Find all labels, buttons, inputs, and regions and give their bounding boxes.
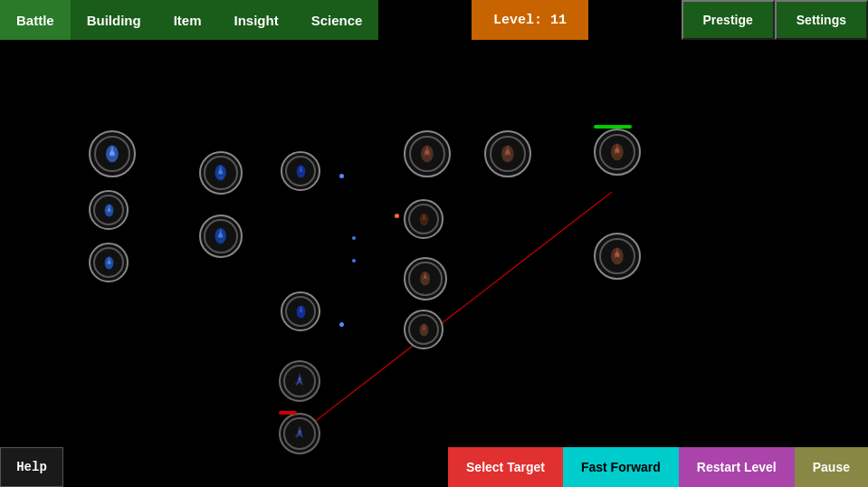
nav-spacer-right	[588, 0, 682, 40]
unit-f6[interactable]	[281, 151, 320, 191]
unit-e1-inner	[409, 136, 446, 173]
unit-f5-inner	[204, 219, 237, 253]
svg-point-42	[615, 148, 619, 153]
svg-point-26	[298, 430, 301, 434]
health-bar-f9	[279, 411, 297, 415]
unit-e3[interactable]	[404, 199, 444, 239]
unit-e4[interactable]	[404, 257, 447, 301]
ship-icon-e2	[496, 142, 520, 166]
svg-point-13	[218, 177, 224, 179]
unit-f7-inner	[285, 296, 316, 327]
unit-f4[interactable]	[199, 151, 243, 195]
svg-point-29	[424, 150, 429, 155]
fast-forward-button[interactable]: Fast Forward	[563, 447, 679, 487]
svg-point-9	[107, 261, 110, 264]
settings-button[interactable]: Settings	[775, 0, 868, 40]
level-display: Level: 11	[472, 0, 588, 40]
unit-e4-inner	[408, 262, 442, 295]
svg-point-3	[110, 151, 114, 156]
projectile-3	[352, 259, 356, 263]
svg-point-12	[219, 171, 224, 176]
ship-icon-e5	[415, 320, 434, 339]
unit-f3-inner	[93, 247, 124, 278]
unit-e7[interactable]	[594, 233, 641, 280]
ship-icon-f1	[100, 142, 124, 166]
unit-e6-inner	[599, 134, 636, 171]
unit-f8-inner	[283, 365, 316, 397]
nav-right: Prestige Settings	[682, 0, 868, 40]
projectile-2	[352, 236, 356, 240]
tab-science[interactable]: Science	[295, 0, 379, 40]
ship-icon-e3	[415, 210, 434, 229]
ship-icon-f2	[100, 201, 119, 220]
ship-icon-f7	[291, 302, 310, 321]
unit-e6[interactable]	[594, 129, 641, 176]
navbar: Battle Building Item Insight Science Lev…	[0, 0, 868, 40]
projectile-4	[339, 322, 344, 327]
health-bar-e6	[594, 125, 632, 129]
battle-area	[0, 40, 868, 487]
unit-f5[interactable]	[199, 215, 243, 258]
action-buttons: Select Target Fast Forward Restart Level…	[448, 447, 868, 487]
unit-f7[interactable]	[281, 291, 320, 331]
svg-point-23	[298, 377, 301, 381]
tab-building[interactable]: Building	[71, 0, 157, 40]
unit-e7-inner	[599, 238, 636, 275]
select-target-button[interactable]: Select Target	[448, 447, 563, 487]
svg-line-0	[305, 192, 612, 429]
unit-f1-inner	[94, 136, 131, 173]
unit-e3-inner	[408, 204, 439, 234]
unit-f8[interactable]	[279, 360, 320, 402]
svg-point-6	[107, 208, 110, 212]
unit-f2[interactable]	[89, 190, 129, 230]
unit-f6-inner	[285, 156, 316, 186]
unit-e5[interactable]	[404, 310, 444, 349]
ship-icon-f9	[290, 424, 310, 444]
unit-f1[interactable]	[89, 130, 136, 177]
tab-insight[interactable]: Insight	[218, 0, 295, 40]
unit-f4-inner	[204, 156, 237, 189]
unit-e5-inner	[408, 314, 439, 345]
unit-f2-inner	[93, 195, 124, 225]
ship-icon-f8	[290, 371, 310, 391]
ship-icon-f4	[210, 162, 231, 183]
tab-battle[interactable]: Battle	[0, 0, 71, 40]
svg-point-37	[424, 276, 426, 279]
ship-icon-e6	[606, 140, 629, 164]
ship-icon-f3	[100, 253, 119, 272]
ship-icon-e1	[415, 142, 439, 166]
prestige-button[interactable]: Prestige	[682, 0, 775, 40]
unit-f9[interactable]	[279, 413, 320, 454]
svg-point-32	[505, 150, 510, 155]
unit-f9-inner	[283, 417, 316, 450]
svg-point-16	[219, 234, 224, 239]
ship-icon-e4	[415, 268, 435, 289]
projectile-1	[339, 174, 344, 178]
nav-spacer	[378, 0, 472, 40]
svg-point-43	[614, 156, 622, 158]
help-button[interactable]: Help	[0, 447, 63, 487]
unit-f3[interactable]	[89, 243, 129, 282]
ship-icon-f6	[291, 162, 310, 181]
ship-icon-f5	[210, 225, 231, 246]
tab-item[interactable]: Item	[157, 0, 218, 40]
unit-e1[interactable]	[404, 130, 451, 177]
unit-e2-inner	[490, 136, 527, 173]
svg-point-46	[615, 253, 619, 257]
ship-icon-e7	[606, 244, 629, 268]
restart-level-button[interactable]: Restart Level	[679, 447, 795, 487]
unit-e2[interactable]	[484, 130, 531, 177]
pause-button[interactable]: Pause	[795, 447, 868, 487]
projectile-5	[395, 214, 399, 218]
